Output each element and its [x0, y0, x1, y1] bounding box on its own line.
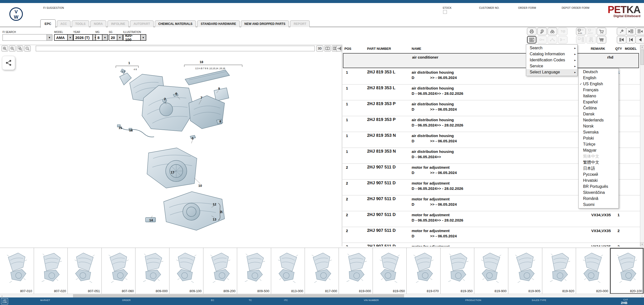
illustration-thumbnail[interactable]: 819-905 — [508, 248, 542, 294]
part-callout[interactable]: 7 — [200, 96, 202, 100]
depot-button[interactable]: DEPOT — [586, 28, 596, 35]
illustration-combobox[interactable]: 820-100 ▼ — [123, 34, 146, 41]
part-callout[interactable]: 5 — [192, 137, 193, 140]
illustration-thumbnail[interactable]: 817-000 — [305, 248, 339, 294]
language-menu-item[interactable]: ✓ Dansk — [579, 111, 619, 117]
3d-button[interactable]: 3D — [316, 46, 323, 52]
scroll-thumb[interactable] — [640, 50, 644, 65]
zoom-window-button[interactable] — [17, 46, 23, 52]
share-button[interactable] — [2, 56, 15, 70]
table-scrollbar[interactable]: ˄ ˅ — [640, 45, 644, 246]
language-menu-item[interactable]: ✓ 繁體中文 — [579, 159, 619, 165]
thumbnail-scrollbar[interactable]: ‹ › — [0, 294, 644, 297]
language-menu-item[interactable]: ✓ Русский — [579, 171, 619, 178]
help-at-button[interactable]: ?@ — [558, 28, 567, 35]
illustration-thumbnail[interactable]: 809-000 — [135, 248, 169, 294]
model-dropdown-button[interactable]: ▼ — [67, 35, 73, 40]
panel-splitter[interactable] — [342, 45, 342, 246]
vehicle-doc-button[interactable] — [586, 36, 596, 43]
part-callout[interactable]: 13 — [213, 217, 216, 221]
part-callout[interactable]: 2 — [164, 97, 166, 101]
fi-search-combobox[interactable]: ▼ — [3, 34, 52, 41]
axle-button[interactable] — [548, 36, 557, 43]
tab[interactable]: INFOLINE — [108, 20, 129, 27]
language-menu-item[interactable]: ✓ Español — [579, 99, 619, 105]
tab[interactable]: EPC — [40, 19, 56, 28]
part-number[interactable]: 2HJ 819 353 N — [367, 149, 396, 154]
sg-dropdown-button[interactable]: ▼ — [117, 35, 122, 40]
wheel-button[interactable] — [537, 28, 547, 35]
part-callout[interactable]: 14 — [149, 218, 153, 222]
scroll-down-button[interactable]: ˅ — [640, 242, 644, 246]
single-pane-button[interactable] — [324, 46, 331, 52]
part-row[interactable]: 2 2HJ 907 511 D motor for adjustment D -… — [342, 211, 640, 227]
language-menu-item[interactable]: ✓ Français — [579, 87, 619, 93]
scroll-left-button[interactable]: ‹ — [0, 294, 4, 298]
collapse-panel-button[interactable] — [336, 46, 342, 52]
sg-combobox[interactable]: 20 ▼ — [109, 34, 123, 41]
tab[interactable]: NEW AND DROPPED PARTS — [241, 20, 289, 27]
part-number[interactable]: 2HJ 819 353 L — [367, 85, 395, 91]
page-prev-button[interactable] — [626, 28, 636, 35]
tab[interactable]: ACC — [57, 20, 70, 27]
mg-dropdown-button[interactable]: ▼ — [102, 35, 108, 40]
part-number[interactable]: 2HJ 907 511 D — [367, 181, 396, 186]
part-number[interactable]: 2HJ 907 511 D — [367, 212, 396, 217]
language-menu-item[interactable]: ✓ Hrvatski — [579, 178, 619, 184]
illustration-thumbnail[interactable]: 819-050 — [373, 248, 407, 294]
illustration-thumbnail[interactable]: 820-000 — [576, 248, 610, 294]
illustration-path-bar[interactable] — [36, 46, 315, 51]
zoom-in-button[interactable] — [2, 46, 8, 52]
exploded-view-illustration[interactable]: 12 34 8182,3 A B 7 8 9 ,12,13,14 ,15,166… — [15, 53, 341, 246]
context-menu-item[interactable]: Select Language ▸ — [526, 69, 577, 75]
part-callout[interactable]: 10 — [198, 184, 202, 188]
model-combobox[interactable]: AMA ▼ — [54, 34, 73, 41]
illustration-thumbnail[interactable]: 819-920 — [542, 248, 576, 294]
part-row[interactable]: 2 2HJ 907 511 D motor for adjustment VX3… — [342, 243, 640, 246]
print-button[interactable] — [527, 28, 536, 35]
fi-search-value[interactable] — [3, 34, 47, 40]
nav-back-button[interactable] — [635, 36, 644, 43]
language-menu-item[interactable]: ✓ Türkçe — [579, 141, 619, 147]
part-callout[interactable]: 1 — [128, 61, 130, 65]
context-menu-item[interactable]: Search ▸ — [526, 45, 577, 51]
nav-first-button[interactable] — [617, 36, 626, 43]
context-menu-item[interactable]: Identification Codes ▸ — [526, 57, 577, 63]
illustration-thumbnail[interactable]: 813-000 — [271, 248, 305, 294]
key-button[interactable] — [537, 36, 547, 43]
depot-order-form-label[interactable]: DEPOT ORDER FORM — [562, 7, 589, 9]
page-next-button[interactable] — [635, 28, 644, 35]
part-callout[interactable]: 2,3 A B 7 8 9 ,12,13,14 ,15,16 — [195, 67, 225, 70]
mg-combobox[interactable]: 8 ▼ — [95, 34, 108, 41]
fi-search-dropdown-button[interactable]: ▼ — [47, 34, 52, 40]
language-menu-item[interactable]: ✓ Norsk — [579, 123, 619, 129]
year-combobox[interactable]: 2026 (T) ▼ — [73, 34, 98, 41]
part-callout[interactable]: 8 — [219, 119, 221, 123]
illustration-thumbnail[interactable]: 819-070 — [407, 248, 441, 294]
full-cart-button[interactable] — [597, 36, 606, 43]
binoculars-button[interactable] — [548, 28, 557, 35]
language-menu-item[interactable]: ✓ US English — [579, 81, 619, 87]
part-number[interactable]: 2HJ 907 511 D — [367, 228, 396, 233]
tab[interactable]: NORA — [90, 20, 106, 27]
illustration-thumbnail[interactable]: 807-051 — [68, 248, 102, 294]
part-callout[interactable]: 11 — [219, 210, 223, 214]
list-menu-button[interactable] — [527, 36, 536, 43]
language-menu-item[interactable]: ✓ Italiano — [579, 93, 619, 99]
language-menu-item[interactable]: ✓ Suomi — [579, 202, 619, 208]
stock-checkbox[interactable] — [443, 10, 447, 14]
tab[interactable]: AUTOPART — [130, 20, 154, 27]
part-callout[interactable]: 12 — [213, 202, 216, 206]
illustration-thumbnail[interactable]: 820-100 — [610, 248, 644, 294]
language-menu-item[interactable]: ✓ Nederlands — [579, 117, 619, 123]
part-number[interactable]: 2HJ 819 353 P — [367, 101, 396, 106]
part-callout[interactable]: 6 — [175, 92, 177, 96]
order-cart-button[interactable] — [597, 28, 606, 35]
language-menu-item[interactable]: ✓ 日本語 — [579, 165, 619, 171]
language-menu-item[interactable]: ✓ Svenska — [579, 129, 619, 135]
part-number[interactable]: 2HJ 819 353 N — [367, 133, 396, 138]
part-callout[interactable]: 2 3 — [122, 70, 125, 73]
part-callout[interactable]: 9 — [218, 87, 220, 91]
order-form-label[interactable]: ORDER FORM — [518, 7, 536, 9]
context-menu-item[interactable]: Service ▸ — [526, 63, 577, 69]
